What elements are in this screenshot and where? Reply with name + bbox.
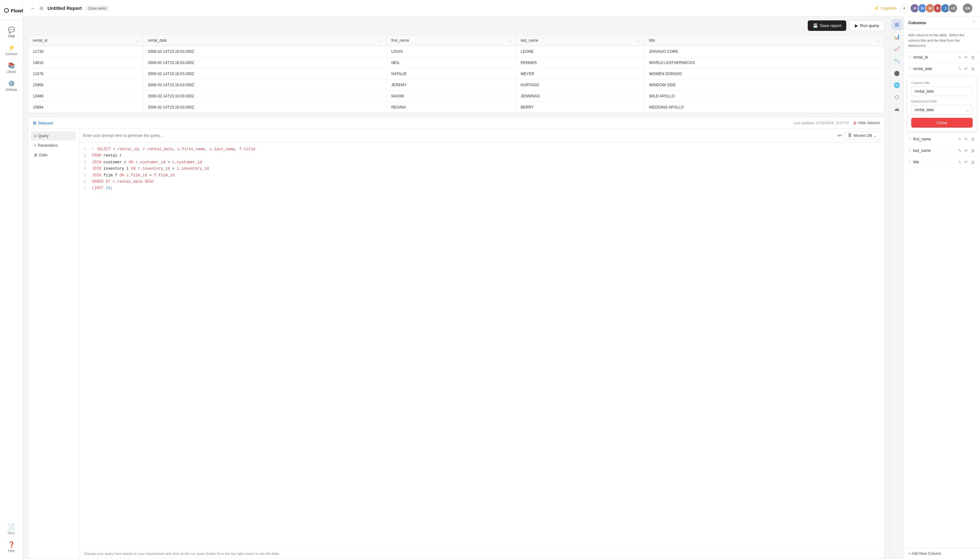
area-chart-button[interactable]: 📉 <box>891 55 902 66</box>
cell-title: WORLD LEATHERNECKS <box>645 57 884 68</box>
column-name-last-name: last_name <box>913 148 955 153</box>
table-row: 116762006-02-14T15:16:03.000ZNATALIEMEYE… <box>28 68 884 79</box>
visibility-column-last-name[interactable]: 👁 <box>963 148 969 154</box>
edit-column-rental-date[interactable]: ✎ <box>957 66 962 72</box>
enter-button[interactable]: ↩ <box>838 132 842 139</box>
sidebar-item-docs[interactable]: 📄 Docs <box>2 521 21 538</box>
sidebar-item-docs-label: Docs <box>8 531 15 535</box>
drag-icon: ⠿ <box>908 66 911 71</box>
add-column-button[interactable]: + Add New Column <box>904 548 980 559</box>
column-name-first-name: first_name <box>913 137 955 141</box>
cell-rental_id: 11676 <box>28 68 143 79</box>
cell-rental_id: 13486 <box>28 91 143 102</box>
cell-first_name: LOUIS <box>387 46 516 57</box>
hide-dataset-button[interactable]: ⊗ Hide dataset <box>853 120 880 126</box>
delete-column-rental-id[interactable]: 🗑 <box>970 55 975 61</box>
run-query-button[interactable]: ▶ Run query <box>849 20 884 31</box>
help-icon: ❓ <box>8 541 15 548</box>
cell-rental_id: 11739 <box>28 46 143 57</box>
cell-title: WOMEN DORADO <box>645 68 884 79</box>
cell-first_name: NATALIE <box>387 68 516 79</box>
grid-icon: ⊞ <box>34 153 37 157</box>
visibility-column-title[interactable]: 👁 <box>963 159 969 165</box>
column-actions: ✎ 👁 🗑 <box>957 66 975 72</box>
pie-chart-button[interactable]: 🌐 <box>891 79 902 90</box>
upgrade-icon: ⚡ <box>874 6 879 10</box>
column-editor: Column title Datasource field rental_dat… <box>907 77 977 132</box>
run-icon: ▶ <box>855 23 858 28</box>
nav-item-data[interactable]: ⊞ Data <box>31 150 76 159</box>
table-view-button[interactable]: ⊞ <box>891 19 902 30</box>
delete-column-title[interactable]: 🗑 <box>970 159 975 165</box>
cell-last_name: MEYER <box>516 68 645 79</box>
add-button[interactable]: + <box>900 4 909 13</box>
col-header-last-name[interactable]: last_name ⌄ <box>516 35 645 46</box>
cell-last_name: BERRY <box>516 102 645 113</box>
edit-column-title[interactable]: ✎ <box>957 159 962 165</box>
sidebar-item-settings[interactable]: ⚙️ Settings <box>2 77 21 94</box>
close-editor-button[interactable]: Close <box>911 118 973 127</box>
db-selector[interactable]: 🗄 Movies DB ⌄ <box>844 131 880 139</box>
nav-item-query[interactable]: ≡ Query <box>31 131 76 141</box>
query-input-actions: ↩ 🗄 Movies DB ⌄ <box>838 131 880 139</box>
scatter-chart-button[interactable]: ⬤ <box>891 68 902 78</box>
bar-chart-button[interactable]: 📊 <box>891 31 902 42</box>
query-area: ↩ 🗄 Movies DB ⌄ 1▾SELECT r.rental_id, r.… <box>79 129 884 559</box>
column-list: ⠿ rental_id ✎ 👁 🗑 ⠿ rental_date ✎ <box>904 52 980 548</box>
sidebar-item-connect[interactable]: ⚡ Connect <box>2 42 21 58</box>
upgrade-button[interactable]: ⚡ Upgrade <box>874 6 897 10</box>
column-actions: ✎ 👁 🗑 <box>957 148 975 154</box>
table-row: 158942006-02-14T15:16:03.000ZREGINABERRY… <box>28 102 884 113</box>
datasource-select[interactable]: rental_date <box>911 105 973 114</box>
visibility-column-first-name[interactable]: 👁 <box>963 136 969 142</box>
db-name: Movies DB <box>854 133 872 138</box>
header-right: ⚡ Upgrade + H H M B J +3 HA <box>874 3 972 13</box>
delete-column-first-name[interactable]: 🗑 <box>970 136 975 142</box>
drag-icon: ⠿ <box>908 160 911 164</box>
col-header-first-name[interactable]: first_name ⌄ <box>387 35 516 46</box>
column-name-rental-id: rental_id <box>913 55 955 60</box>
col-header-rental-id[interactable]: rental_id ⌄ <box>28 35 143 46</box>
column-actions: ✎ 👁 🗑 <box>957 55 975 61</box>
cell-rental_id: 15966 <box>28 79 143 91</box>
collapse-button[interactable]: ⌃ <box>972 20 975 25</box>
radar-chart-button[interactable]: ⬡ <box>891 92 902 103</box>
cell-last_name: JENNINGS <box>516 91 645 102</box>
chevron-down-icon: ⌄ <box>509 39 511 42</box>
visibility-column-rental-date[interactable]: 👁 <box>963 66 969 72</box>
column-item-rental-id: ⠿ rental_id ✎ 👁 🗑 <box>904 52 980 63</box>
query-icon: ≡ <box>34 134 36 138</box>
collapse-icon[interactable]: ▾ <box>92 146 94 152</box>
edit-column-last-name[interactable]: ✎ <box>957 148 962 154</box>
chevron-down-icon: ⌄ <box>638 39 640 42</box>
sidebar-item-library[interactable]: 📚 Library <box>2 60 21 76</box>
edit-column-first-name[interactable]: ✎ <box>957 136 962 142</box>
sidebar-item-help[interactable]: ❓ Help <box>2 539 21 555</box>
col-header-title[interactable]: title ⌄ <box>645 35 884 46</box>
delete-column-last-name[interactable]: 🗑 <box>970 148 975 154</box>
line-chart-button[interactable]: 📈 <box>891 43 902 54</box>
code-editor[interactable]: 1▾SELECT r.rental_id, r.rental_date, c.f… <box>79 142 884 548</box>
query-prompt-input[interactable] <box>83 133 835 138</box>
cell-rental_date: 2006-02-14T15:16:03.000Z <box>143 79 387 91</box>
save-report-button[interactable]: 💾 Save report <box>808 20 846 31</box>
sidebar-item-chat[interactable]: 💬 Chat <box>2 24 21 40</box>
funnel-chart-button[interactable]: ⛰ <box>891 104 902 114</box>
edit-column-rental-id[interactable]: ✎ <box>957 55 962 61</box>
content-area: 💾 Save report ▶ Run query rental_id <box>23 17 980 559</box>
cell-rental_date: 2006-02-14T15:16:03.000Z <box>143 68 387 79</box>
cell-rental_date: 2006-02-14T15:16:03.000Z <box>143 102 387 113</box>
cell-first_name: NAOMI <box>387 91 516 102</box>
back-button[interactable]: ← <box>31 5 36 11</box>
nav-item-parameters[interactable]: ▿ Parameters <box>31 141 76 150</box>
visibility-column-rental-id[interactable]: 👁 <box>963 55 969 61</box>
nav-data-label: Data <box>39 153 47 157</box>
chart-type-panel: ⊞ 📊 📈 📉 ⬤ 🌐 ⬡ ⛰ <box>889 17 904 559</box>
report-area: 💾 Save report ▶ Run query rental_id <box>23 17 889 559</box>
delete-column-rental-date[interactable]: 🗑 <box>970 66 975 72</box>
cell-rental_id: 14616 <box>28 57 143 68</box>
col-header-rental-date[interactable]: rental_date ⌄ <box>143 35 387 46</box>
report-title: Untitled Report <box>48 5 82 11</box>
cell-rental_date: 2006-02-14T15:16:03.000Z <box>143 46 387 57</box>
column-title-input[interactable] <box>911 87 973 96</box>
